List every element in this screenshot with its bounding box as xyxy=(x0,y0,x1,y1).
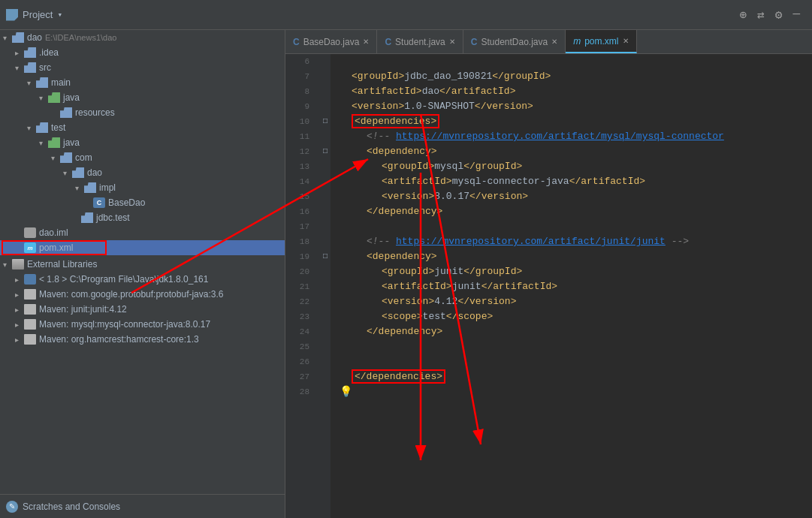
tree-arrow-test[interactable]: ▾ xyxy=(27,124,36,132)
tree-arrow-maven-mysql[interactable]: ▸ xyxy=(15,321,24,329)
tree-item-pom-xml[interactable]: m pom.xml xyxy=(0,240,285,255)
tree-arrow[interactable]: ▾ xyxy=(3,34,12,42)
tab-icon-student: C xyxy=(385,37,391,47)
tree-item-maven-mysql[interactable]: ▸ Maven: mysql:mysql-connector-java:8.0.… xyxy=(0,317,285,332)
tree-item-resources[interactable]: resources xyxy=(0,105,285,120)
tab-student[interactable]: C Student.java ✕ xyxy=(377,30,463,53)
tree-arrow-dao-inner[interactable]: ▾ xyxy=(63,169,72,177)
xml-tag-version-open: <version> xyxy=(352,101,404,112)
tree-arrow-com[interactable]: ▾ xyxy=(51,154,60,162)
xml-link-mysql[interactable]: https://mvnrepository.com/artifact/mysql… xyxy=(396,131,724,142)
tree-label-jdbc-test: jdbc.test xyxy=(96,212,130,223)
tree-label-idea: .idea xyxy=(39,47,59,58)
file-tree[interactable]: ▾ dao E:\IDEA\news1\dao ▸ .idea ▾ src xyxy=(0,30,285,494)
tree-item-maven-junit[interactable]: ▸ Maven: junit:junit:4.12 xyxy=(0,302,285,317)
tree-arrow-main[interactable]: ▾ xyxy=(27,79,36,87)
xml-tag-artifactid-open: <artifactId> xyxy=(352,86,422,97)
xml-tag-version-junit-open: <version> xyxy=(382,296,434,307)
xml-tag-version-junit-close: </version> xyxy=(457,296,516,307)
tree-item-basedao[interactable]: C BaseDao xyxy=(0,195,285,210)
line-num-25: 25 xyxy=(285,339,314,354)
line-num-14: 14 xyxy=(285,174,314,189)
tree-arrow-maven-junit[interactable]: ▸ xyxy=(15,306,24,314)
tree-item-ext-libs[interactable]: ▾ External Libraries xyxy=(0,257,285,272)
fold-10[interactable]: □ xyxy=(320,114,331,129)
scratches-bar[interactable]: ✎ Scratches and Consoles xyxy=(0,494,285,518)
add-icon[interactable]: ⊕ xyxy=(739,8,747,23)
xml-tag-groupid-mysql-open: <groupId> xyxy=(382,161,434,172)
tree-item-idea[interactable]: ▸ .idea xyxy=(0,45,285,60)
tree-item-java-main[interactable]: ▾ java xyxy=(0,90,285,105)
line-num-7: 7 xyxy=(285,69,314,84)
xml-tag-dep-close-2: </dependency> xyxy=(367,326,442,337)
code-content[interactable]: <groupId>jdbc_dao_190821</groupId> <arti… xyxy=(331,54,812,518)
xml-icon-pom: m xyxy=(24,242,36,253)
tree-arrow-java-main[interactable]: ▾ xyxy=(39,94,48,102)
tree-arrow-idea[interactable]: ▸ xyxy=(15,49,24,57)
xml-tag-dep-open-2: <dependency> xyxy=(367,251,437,262)
settings-icon[interactable]: ⚙ xyxy=(775,8,783,23)
tree-item-jdbc-test[interactable]: jdbc.test xyxy=(0,210,285,225)
tree-item-maven-protobuf[interactable]: ▸ Maven: com.google.protobuf:protobuf-ja… xyxy=(0,287,285,302)
xml-tag-dep-close-1: </dependency> xyxy=(367,206,442,217)
tab-close-student[interactable]: ✕ xyxy=(449,38,455,46)
tree-item-com[interactable]: ▾ com xyxy=(0,150,285,165)
fold-19[interactable]: □ xyxy=(320,249,331,264)
xml-link-junit[interactable]: https://mvnrepository.com/artifact/junit… xyxy=(396,236,666,247)
tree-item-impl[interactable]: ▾ impl xyxy=(0,180,285,195)
tree-label-basedao: BaseDao xyxy=(108,197,145,208)
tree-arrow-ext-libs[interactable]: ▾ xyxy=(3,261,12,269)
xml-text-groupid-junit: junit xyxy=(434,266,463,277)
project-arrow[interactable]: ▾ xyxy=(57,10,62,20)
tree-item-src[interactable]: ▾ src xyxy=(0,60,285,75)
tree-item-jdk[interactable]: ▸ < 1.8 > C:\Program File\Java\jdk1.8.0_… xyxy=(0,272,285,287)
tree-arrow-impl[interactable]: ▾ xyxy=(75,184,84,192)
tab-close-basedao[interactable]: ✕ xyxy=(363,38,369,46)
code-line-8: <artifactId>dao</artifactId> xyxy=(337,84,812,99)
fold-12[interactable]: □ xyxy=(320,144,331,159)
xml-comment-junit: <!-- xyxy=(367,236,396,247)
tab-close-pom[interactable]: ✕ xyxy=(623,37,629,45)
tree-item-dao-iml[interactable]: dao.iml xyxy=(0,225,285,240)
sync-icon[interactable]: ⇄ xyxy=(757,8,765,23)
tree-arrow-maven-protobuf[interactable]: ▸ xyxy=(15,291,24,299)
folder-icon-java-main xyxy=(48,92,60,103)
code-editor[interactable]: 6 7 8 9 10 11 12 13 14 15 16 17 18 19 20… xyxy=(285,54,812,518)
hint-bulb[interactable]: 💡 xyxy=(340,384,352,399)
code-line-10: <dependencies> xyxy=(337,114,812,129)
editor-tabs: C BaseDao.java ✕ C Student.java ✕ C Stud… xyxy=(285,30,812,54)
tree-item-dao[interactable]: ▾ dao E:\IDEA\news1\dao xyxy=(0,30,285,45)
line-num-18: 18 xyxy=(285,234,314,249)
tree-label-pom: pom.xml xyxy=(39,242,73,253)
folder-icon-resources xyxy=(60,107,72,118)
tree-item-test[interactable]: ▾ test xyxy=(0,120,285,135)
tab-basedao[interactable]: C BaseDao.java ✕ xyxy=(285,30,377,53)
folder-icon xyxy=(12,32,24,43)
project-label[interactable]: Project xyxy=(23,9,53,20)
tree-arrow-java-test[interactable]: ▾ xyxy=(39,139,48,147)
tree-arrow-jdk[interactable]: ▸ xyxy=(15,276,24,284)
fold-16 xyxy=(320,204,331,219)
xml-tag-groupid-open: <groupId> xyxy=(352,71,404,82)
xml-text-artifactid-mysql: mysql-connector-java xyxy=(452,176,569,187)
tree-label-jdk: < 1.8 > C:\Program File\Java\jdk1.8.0_16… xyxy=(39,274,208,285)
minimize-icon[interactable]: — xyxy=(792,8,800,23)
xml-tag-deps-close: </dependencies> xyxy=(352,369,445,384)
code-line-24: </dependency> xyxy=(337,324,812,339)
tree-label-com: com xyxy=(75,152,92,163)
tab-pom[interactable]: m pom.xml ✕ xyxy=(566,30,636,53)
tree-item-dao-inner[interactable]: ▾ dao xyxy=(0,165,285,180)
xml-tag-deps-open: <dependencies> xyxy=(352,114,439,128)
xml-tag-version-close: </version> xyxy=(475,101,533,112)
code-line-19: <dependency> xyxy=(337,249,812,264)
tree-item-maven-hamcrest[interactable]: ▸ Maven: org.hamcrest:hamcrest-core:1.3 xyxy=(0,332,285,347)
tree-item-main[interactable]: ▾ main xyxy=(0,75,285,90)
tree-arrow-maven-hamcrest[interactable]: ▸ xyxy=(15,336,24,344)
tree-item-java-test[interactable]: ▾ java xyxy=(0,135,285,150)
line-num-27: 27 xyxy=(285,369,314,384)
project-icon xyxy=(6,9,18,21)
tree-arrow-src[interactable]: ▾ xyxy=(15,64,24,72)
tab-close-studentdao[interactable]: ✕ xyxy=(551,38,557,46)
tab-studentdao[interactable]: C StudentDao.java ✕ xyxy=(463,30,566,53)
fold-11 xyxy=(320,129,331,144)
